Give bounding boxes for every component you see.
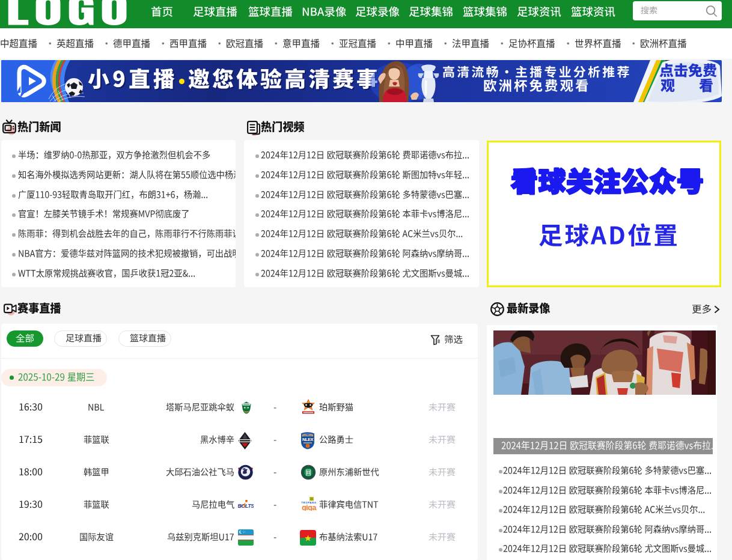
svg-text:NLEX: NLEX: [302, 437, 314, 442]
svg-text:giga: giga: [302, 504, 317, 511]
svg-text:BOLTS: BOLTS: [238, 503, 254, 509]
